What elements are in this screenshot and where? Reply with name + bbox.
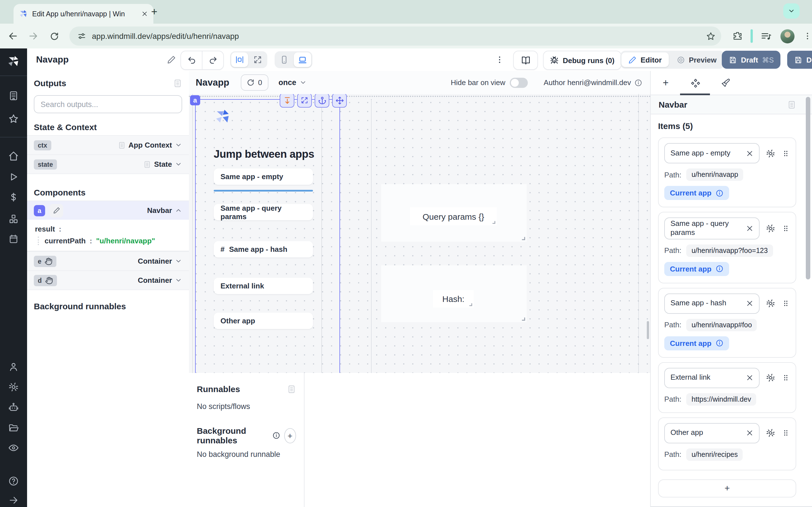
folders-icon[interactable] — [8, 422, 19, 433]
fixed-width-button[interactable] — [231, 52, 248, 67]
selected-component-tag[interactable]: a — [190, 95, 200, 105]
drag-handle-icon[interactable] — [781, 429, 790, 437]
runnables-doc-icon[interactable] — [287, 385, 296, 393]
full-width-button[interactable] — [249, 52, 266, 67]
chevron-down-icon[interactable] — [175, 258, 182, 265]
audit-eye-icon[interactable] — [8, 443, 19, 453]
reload-icon[interactable] — [50, 31, 59, 41]
item-label-input[interactable]: Same app - hash — [664, 293, 760, 314]
styling-tab[interactable] — [711, 78, 741, 88]
clear-icon[interactable] — [746, 374, 753, 381]
workspace-icon[interactable] — [8, 91, 19, 101]
item-label-input[interactable]: Same app - empty — [664, 143, 760, 163]
nav-item-same-app-empty[interactable]: Same app - empty — [214, 168, 313, 185]
variables-dollar-icon[interactable] — [8, 192, 18, 202]
item-path[interactable]: https://windmill.dev — [687, 393, 756, 405]
drag-handle-icon[interactable] — [781, 149, 790, 158]
hash-text[interactable]: Hash: — [433, 290, 474, 307]
back-icon[interactable] — [8, 31, 18, 41]
browser-tab[interactable]: Edit App u/henri/navapp | Win — [13, 4, 153, 24]
redo-button[interactable] — [202, 56, 223, 65]
chevron-up-icon[interactable] — [175, 207, 182, 214]
desktop-view-button[interactable] — [294, 52, 311, 67]
drag-handle-icon[interactable] — [781, 374, 790, 382]
preview-tab[interactable]: Preview — [670, 52, 723, 67]
clear-icon[interactable] — [746, 225, 753, 232]
item-settings-gear-icon[interactable] — [766, 149, 775, 158]
docs-book-button[interactable] — [513, 51, 538, 70]
more-options-kebab-icon[interactable] — [495, 55, 504, 64]
workers-bot-icon[interactable] — [8, 402, 19, 413]
media-playlist-icon[interactable] — [761, 31, 771, 41]
component-row-container-d[interactable]: d Container — [27, 270, 189, 290]
current-path-key[interactable]: currentPath — [45, 237, 86, 245]
nav-item-other-app[interactable]: Other app — [214, 313, 313, 329]
resources-cubes-icon[interactable] — [8, 214, 19, 224]
item-settings-gear-icon[interactable] — [766, 224, 775, 233]
item-label-input[interactable]: External link — [664, 368, 760, 388]
favorites-star-icon[interactable] — [8, 114, 19, 124]
clear-icon[interactable] — [746, 429, 753, 437]
search-outputs-input[interactable] — [34, 95, 182, 113]
component-row-container-e[interactable]: e Container — [27, 251, 189, 270]
collapse-arrow-icon[interactable] — [8, 495, 18, 505]
url-text[interactable]: app.windmill.dev/apps/edit/u/henri/navap… — [92, 32, 700, 41]
outputs-doc-icon[interactable] — [173, 78, 182, 88]
item-settings-gear-icon[interactable] — [766, 428, 775, 438]
info-icon[interactable] — [272, 432, 280, 439]
item-settings-gear-icon[interactable] — [766, 298, 775, 308]
draft-button[interactable]: Draft ⌘S — [722, 51, 780, 69]
home-icon[interactable] — [8, 151, 19, 161]
component-settings-tab[interactable] — [680, 78, 711, 88]
new-tab-button[interactable]: + — [151, 6, 157, 17]
item-path[interactable]: u/henri/navapp#foo — [687, 319, 757, 331]
debug-runs-button[interactable]: Debug runs (0) — [543, 51, 621, 70]
clear-icon[interactable] — [746, 150, 753, 157]
drag-handle-icon[interactable] — [781, 299, 790, 307]
resize-corner-icon[interactable] — [521, 317, 525, 321]
component-doc-icon[interactable] — [787, 100, 796, 109]
window-chevron-button[interactable] — [783, 3, 800, 18]
resize-corner-icon[interactable] — [469, 302, 472, 306]
site-settings-icon[interactable] — [77, 32, 86, 41]
fullscreen-button[interactable] — [297, 94, 312, 108]
schedules-calendar-icon[interactable] — [8, 234, 18, 244]
browser-menu-icon[interactable] — [803, 32, 812, 41]
windmill-logo[interactable] — [7, 55, 20, 68]
forward-icon[interactable] — [28, 31, 38, 41]
runs-play-icon[interactable] — [8, 172, 18, 182]
item-path[interactable]: u/henri/navapp?foo=123 — [687, 244, 773, 257]
item-label-input[interactable]: Same app - query params — [664, 217, 760, 239]
item-path[interactable]: u/henri/navapp — [687, 168, 743, 181]
chevron-down-icon[interactable] — [175, 142, 182, 149]
item-settings-gear-icon[interactable] — [766, 373, 775, 383]
component-row-navbar[interactable]: a Navbar — [27, 201, 189, 220]
resize-corner-icon[interactable] — [492, 220, 496, 224]
edit-id-button[interactable] — [50, 204, 63, 217]
move-button[interactable] — [332, 94, 347, 108]
editor-tab[interactable]: Editor — [621, 52, 668, 67]
item-label-input[interactable]: Other app — [664, 423, 760, 443]
panel-scrollbar[interactable] — [806, 97, 810, 279]
info-icon[interactable] — [715, 339, 723, 347]
url-bar[interactable]: app.windmill.dev/apps/edit/u/henri/navap… — [69, 26, 721, 46]
mobile-view-button[interactable] — [276, 52, 293, 67]
nav-item-external-link[interactable]: External link — [214, 278, 313, 294]
rename-pencil-icon[interactable] — [167, 55, 176, 64]
run-mode-dropdown[interactable]: once — [278, 78, 307, 87]
expand-down-button[interactable] — [280, 94, 294, 108]
anchor-button[interactable] — [315, 94, 329, 108]
help-icon[interactable] — [8, 476, 19, 487]
query-params-text[interactable]: Query params {} — [410, 207, 497, 225]
clear-icon[interactable] — [746, 300, 753, 307]
resize-corner-icon[interactable] — [521, 236, 525, 240]
refresh-count-button[interactable]: 0 — [241, 74, 268, 91]
chevron-down-icon[interactable] — [175, 161, 182, 168]
result-key[interactable]: result — [35, 225, 55, 233]
drag-handle-icon[interactable] — [781, 224, 790, 233]
chevron-down-icon[interactable] — [175, 277, 182, 284]
bookmark-star-icon[interactable] — [706, 31, 716, 41]
nav-item-hash[interactable]: # Same app - hash — [214, 241, 313, 258]
doc-icon[interactable] — [117, 141, 125, 149]
undo-button[interactable] — [181, 51, 202, 69]
